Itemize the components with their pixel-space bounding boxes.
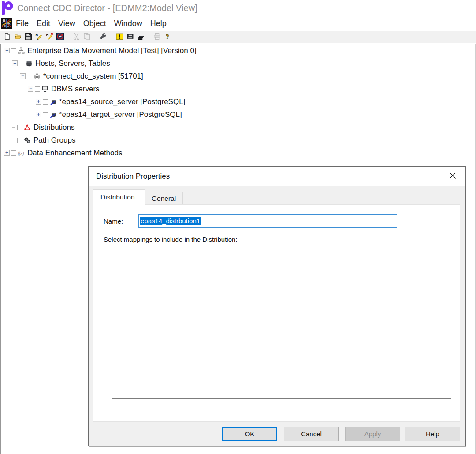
tree-row[interactable]: −Hosts, Servers, Tables	[2, 57, 197, 70]
copy-button	[82, 32, 92, 42]
svg-text:?: ?	[166, 33, 169, 40]
tab-distribution[interactable]: Distribution	[93, 189, 145, 205]
distribution-properties-dialog: Distribution Properties Name: epas14_dis…	[88, 166, 466, 446]
cut-icon	[73, 33, 80, 42]
name-label: Name:	[104, 218, 123, 225]
copy-icon	[83, 33, 91, 42]
svg-text:f(x): f(x)	[18, 150, 24, 156]
tree-row[interactable]: Distributions	[2, 121, 197, 134]
r-pencil-x-button[interactable]: R	[44, 32, 55, 42]
r-pencil-icon: R	[35, 33, 43, 42]
collapse-minus-icon[interactable]: −	[20, 73, 26, 79]
wrench-icon	[100, 33, 107, 42]
tree-checkbox[interactable]	[17, 125, 22, 130]
tree-row[interactable]: Path Groups	[2, 134, 197, 146]
tree-row[interactable]: +f(x)Data Enhancement Methods	[2, 146, 197, 159]
tree-checkbox[interactable]	[17, 138, 22, 143]
tree-label: Data Enhancement Methods	[27, 149, 122, 158]
open-folder-icon	[14, 33, 22, 42]
warning-icon	[116, 33, 123, 42]
menu-item-object[interactable]: Object	[79, 19, 110, 28]
tree-label: *epas14_target_server [PostgreSQL]	[59, 110, 182, 119]
dialog-titlebar[interactable]: Distribution Properties	[89, 167, 465, 186]
save-icon	[25, 33, 32, 42]
tree-connector	[12, 127, 16, 128]
system-icon	[33, 73, 41, 80]
tree-label: *epas14_source_server [PostgreSQL]	[59, 98, 185, 106]
tree-row[interactable]: −DBMS servers	[2, 83, 197, 95]
pg-server-icon	[49, 111, 57, 118]
tree-row[interactable]: +*epas14_target_server [PostgreSQL]	[2, 108, 197, 121]
open-folder-button[interactable]	[12, 32, 23, 42]
collapse-minus-icon[interactable]: −	[12, 60, 18, 66]
no-entry-icon	[56, 33, 64, 42]
menu-item-window[interactable]: Window	[110, 19, 146, 28]
menu-item-help[interactable]: Help	[146, 19, 171, 28]
cancel-button[interactable]: Cancel	[284, 427, 339, 441]
help-icon: ?	[164, 33, 171, 42]
new-document-icon	[4, 33, 11, 42]
sitemap-icon	[18, 47, 25, 54]
toolbar: RR?	[0, 31, 476, 43]
tab-general[interactable]: General	[145, 192, 183, 204]
mappings-label: Select mappings to include in the Distri…	[104, 236, 238, 243]
help-button[interactable]: ?	[162, 32, 173, 42]
wrench-button[interactable]	[98, 32, 108, 42]
tree-checkbox[interactable]	[43, 112, 48, 117]
print-icon	[153, 33, 161, 42]
tree-checkbox[interactable]	[35, 86, 40, 92]
toolbar-divider	[153, 31, 153, 43]
mdi-network-icon	[1, 18, 12, 29]
distribution-tab-panel: Name: epas14_distrbution1 Select mapping…	[93, 204, 460, 422]
dbms-icon	[41, 86, 49, 93]
no-entry-button[interactable]	[55, 32, 65, 42]
tree-checkbox[interactable]	[43, 99, 48, 105]
window-left-edge	[0, 44, 1, 454]
app-titlebar: Connect CDC Director - [EDMM2:Model View…	[0, 0, 476, 16]
tree-row[interactable]: +*epas14_source_server [PostgreSQL]	[2, 95, 197, 108]
warning-button[interactable]	[114, 32, 125, 42]
tree-checkbox[interactable]	[27, 74, 32, 79]
toolbar-group-gap	[108, 37, 114, 38]
save-button[interactable]	[23, 32, 33, 42]
close-button[interactable]	[447, 171, 458, 182]
save-model-button[interactable]	[125, 32, 135, 42]
svg-text:R: R	[46, 33, 48, 37]
tree-row[interactable]: −*connect_cdc_system [51701]	[2, 70, 197, 83]
expand-plus-icon[interactable]: +	[4, 150, 10, 156]
cut-button	[71, 32, 82, 42]
mappings-listbox[interactable]	[112, 247, 451, 399]
app-title: Connect CDC Director - [EDMM2:Model View…	[17, 3, 197, 13]
svg-text:R: R	[35, 33, 38, 37]
tree-checkbox[interactable]	[11, 48, 16, 53]
tree-connector	[12, 140, 16, 140]
precisely-logo	[1, 1, 13, 15]
expand-plus-icon[interactable]: +	[36, 112, 41, 117]
tree-checkbox[interactable]	[11, 150, 16, 156]
expand-plus-icon[interactable]: +	[36, 99, 41, 105]
menu-item-edit[interactable]: Edit	[33, 19, 54, 28]
apply-button: Apply	[345, 427, 400, 441]
collapse-minus-icon[interactable]: −	[4, 48, 10, 53]
menu-bar: FileEditViewObjectWindowHelp	[0, 16, 476, 31]
name-input[interactable]: epas14_distrbution1	[138, 214, 397, 228]
collapse-minus-icon[interactable]: −	[28, 86, 33, 92]
menu-item-view[interactable]: View	[54, 19, 79, 28]
stack-icon	[137, 33, 145, 42]
menu-item-file[interactable]: File	[12, 19, 33, 28]
toolbar-group-gap	[65, 37, 71, 38]
distribution-icon	[24, 124, 31, 131]
tree-checkbox[interactable]	[19, 61, 24, 66]
stack-button[interactable]	[135, 32, 146, 42]
toolbar-group-gap	[146, 37, 152, 38]
ok-button[interactable]: OK	[222, 427, 277, 441]
new-document-button[interactable]	[2, 32, 12, 42]
save-model-icon	[126, 33, 134, 42]
help-button[interactable]: Help	[405, 427, 460, 441]
host-icon	[26, 60, 33, 67]
close-icon	[447, 170, 458, 183]
path-group-icon	[24, 137, 31, 144]
tree-row[interactable]: −Enterprise Data Movement Model [Test] […	[2, 44, 197, 57]
toolbar-group-gap	[92, 37, 98, 38]
r-pencil-button[interactable]: R	[33, 32, 44, 42]
